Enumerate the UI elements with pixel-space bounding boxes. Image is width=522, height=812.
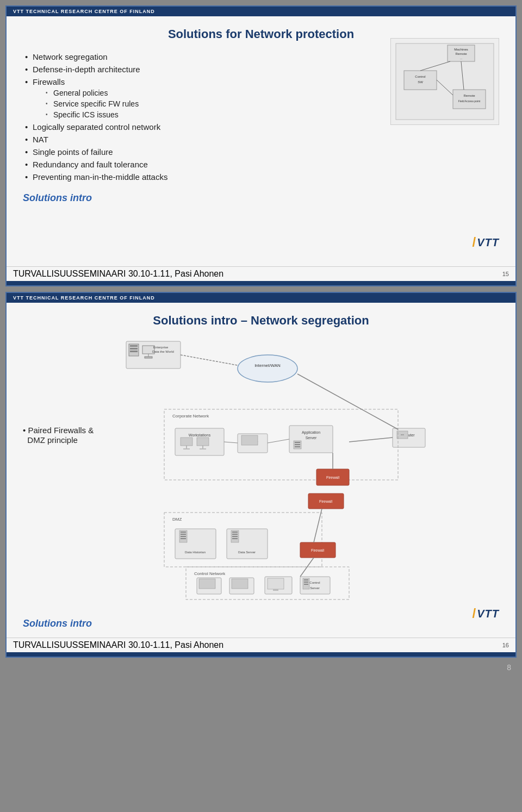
svg-text:Field Access point: Field Access point <box>458 99 481 103</box>
slide1-diagram: Machines Remote ... Control SW Remote Fi… <box>390 38 499 125</box>
slide2-vtt-logo: / VTT <box>473 606 499 621</box>
bullet-specific-ics: Specific ICS issues <box>44 110 284 119</box>
slide-2: VTT TECHNICAL RESEARCH CENTRE OF FINLAND… <box>5 292 517 658</box>
slide1-network-svg: Machines Remote ... Control SW Remote Fi… <box>393 41 496 122</box>
svg-text:Server: Server <box>310 586 320 590</box>
slide1-page-number: 15 <box>502 271 509 277</box>
svg-text:Data the World: Data the World <box>152 350 174 353</box>
slide1-blue-bar <box>7 281 515 285</box>
bullet-general-policies: General policies <box>44 89 284 97</box>
bullet-preventing-mitm: Preventing man-in-the-middle attacks <box>23 172 284 182</box>
svg-rect-95 <box>304 584 308 585</box>
svg-line-76 <box>314 509 322 542</box>
svg-text:Corporate Network: Corporate Network <box>172 414 209 419</box>
slide2-footer-text: TURVALLISUUSSEMINAARI 30.10-1.11, Pasi A… <box>13 640 223 650</box>
svg-text:Firewall: Firewall <box>326 476 340 479</box>
svg-text:Firewall: Firewall <box>311 548 325 552</box>
svg-point-25 <box>238 355 297 382</box>
svg-rect-64 <box>181 534 186 535</box>
svg-rect-81 <box>199 579 215 589</box>
svg-rect-38 <box>197 438 209 446</box>
slide2-vtt-slash-icon: / <box>473 606 476 621</box>
svg-text:Control: Control <box>415 75 425 78</box>
svg-rect-21 <box>145 357 152 358</box>
svg-text:Remote: Remote <box>463 94 475 97</box>
svg-rect-93 <box>304 579 308 580</box>
svg-text:Control: Control <box>309 581 320 584</box>
vtt-text: VTT <box>477 236 499 249</box>
svg-rect-72 <box>232 536 238 537</box>
bullet-sub-firewalls: General policies Service specific FW rul… <box>33 89 284 119</box>
slide2-body: • Paired Firewalls & DMZ principle <box>23 339 499 607</box>
svg-rect-37 <box>183 448 190 449</box>
bullet-logically-separated: Logically separated control network <box>23 122 284 132</box>
slide1-vtt-logo: / VTT <box>473 235 499 250</box>
svg-rect-35 <box>181 438 192 446</box>
slide2-blue-bar <box>7 652 515 657</box>
slide1-bullets: Network segregation Defense-in-depth arc… <box>23 52 284 182</box>
svg-rect-16 <box>130 345 138 347</box>
svg-text:Server: Server <box>306 436 317 440</box>
svg-text:Internet/WAN: Internet/WAN <box>254 363 281 368</box>
svg-line-97 <box>224 442 238 443</box>
slide2-title: Solutions intro – Network segregation <box>23 314 499 328</box>
bullet-service-specific: Service specific FW rules <box>44 99 284 108</box>
svg-text:Data Server: Data Server <box>238 551 256 554</box>
svg-rect-73 <box>232 538 238 539</box>
slide2-page-number: 16 <box>502 642 509 648</box>
svg-text:Remote: Remote <box>455 52 467 55</box>
svg-rect-50 <box>295 446 300 447</box>
slide1-footer-area: TURVALLISUUSSEMINAARI 30.10-1.11, Pasi A… <box>7 266 515 281</box>
outer-page-number: 8 <box>0 663 522 672</box>
svg-line-55 <box>297 374 398 429</box>
svg-rect-18 <box>130 351 138 352</box>
network-diagram-container: Enterprise Data the World Internet/WAN R… <box>121 339 499 607</box>
svg-text:Workstations: Workstations <box>189 433 211 437</box>
svg-line-98 <box>268 439 289 443</box>
slide2-footer-area: TURVALLISUUSSEMINAARI 30.10-1.11, Pasi A… <box>7 638 515 652</box>
svg-rect-43 <box>241 435 258 445</box>
slide-1: VTT TECHNICAL RESEARCH CENTRE OF FINLAND… <box>5 5 517 286</box>
bullet-list: Network segregation Defense-in-depth arc… <box>23 52 284 182</box>
svg-rect-65 <box>181 536 186 537</box>
svg-rect-17 <box>130 348 138 349</box>
bullet-redundancy: Redundancy and fault tolerance <box>23 160 284 169</box>
svg-text:SW: SW <box>418 80 423 84</box>
svg-text:Application: Application <box>302 430 320 435</box>
bullet-nat: NAT <box>23 135 284 144</box>
svg-text:...: ... <box>459 57 462 60</box>
slide2-header: VTT TECHNICAL RESEARCH CENTRE OF FINLAND <box>7 293 515 303</box>
svg-rect-66 <box>181 538 186 539</box>
svg-line-54 <box>349 438 393 442</box>
svg-text:Control Network: Control Network <box>194 571 226 576</box>
slide2-content: Solutions intro – Network segregation • … <box>7 303 515 638</box>
svg-text:Enterprise: Enterprise <box>153 346 169 349</box>
svg-rect-71 <box>232 534 238 535</box>
bullet-network-segregation: Network segregation <box>23 52 284 61</box>
bullet-firewalls: Firewalls General policies Service speci… <box>23 77 284 119</box>
slide1-header: VTT TECHNICAL RESEARCH CENTRE OF FINLAND <box>7 7 515 16</box>
svg-rect-49 <box>295 444 300 445</box>
svg-text:==: == <box>401 433 404 436</box>
svg-rect-94 <box>304 582 308 583</box>
bullet-single-points: Single points of failure <box>23 147 284 157</box>
svg-text:DMZ: DMZ <box>172 517 182 522</box>
svg-line-24 <box>181 355 240 366</box>
slide1-footer-text: TURVALLISUUSSEMINAARI 30.10-1.11, Pasi A… <box>13 269 223 279</box>
slide2-solutions-intro: Solutions intro <box>23 618 499 629</box>
paired-fw-container: • Paired Firewalls & DMZ principle <box>23 339 110 607</box>
vtt-slash-icon: / <box>473 235 476 250</box>
svg-rect-70 <box>232 532 238 533</box>
page-container: VTT TECHNICAL RESEARCH CENTRE OF FINLAND… <box>0 0 522 677</box>
svg-rect-87 <box>268 578 284 589</box>
slide2-network-svg: Enterprise Data the World Internet/WAN R… <box>121 339 474 605</box>
slide1-solutions-intro: Solutions intro <box>23 192 499 204</box>
bullet-defense-in-depth: Defense-in-depth architecture <box>23 65 284 74</box>
svg-text:Firewall: Firewall <box>319 499 333 503</box>
svg-rect-40 <box>200 448 206 449</box>
slide1-content: Solutions for Network protection Machine… <box>7 16 515 266</box>
paired-fw-label: • Paired Firewalls & DMZ principle <box>23 426 110 445</box>
svg-rect-48 <box>295 442 300 443</box>
svg-text:Data Historian: Data Historian <box>185 551 206 554</box>
slide2-vtt-text: VTT <box>477 608 499 620</box>
